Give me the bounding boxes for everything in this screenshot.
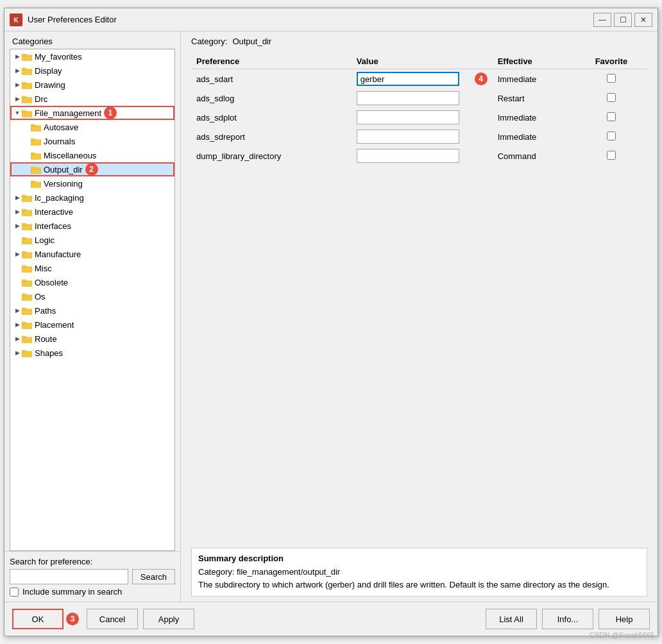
tree-toggle-display[interactable]: ▶ — [13, 66, 22, 75]
tree-label-ic_packaging: Ic_packaging — [35, 193, 84, 203]
window-controls: — ☐ ✕ — [593, 13, 652, 27]
favorite-checkbox[interactable] — [607, 93, 616, 102]
tree-item-route[interactable]: ▶ Route — [10, 332, 174, 346]
tree-label-obsolete: Obsolete — [35, 278, 68, 287]
left-panel: Categories ▶ My_favorites▶ Display▶ Draw… — [4, 31, 181, 602]
tree-item-versioning[interactable]: Versioning — [10, 176, 174, 191]
tree-toggle-manufacture[interactable]: ▶ — [13, 250, 22, 258]
pref-value-cell — [352, 127, 467, 146]
tree-item-placement[interactable]: ▶ Placement — [10, 318, 174, 332]
favorite-cell — [575, 108, 647, 127]
svg-rect-17 — [31, 153, 35, 155]
svg-rect-37 — [22, 294, 26, 296]
svg-rect-23 — [22, 195, 26, 197]
tree-item-journals[interactable]: Journals — [10, 134, 174, 148]
favorite-checkbox[interactable] — [607, 151, 616, 160]
col-favorite: Favorite — [575, 54, 647, 69]
tree-item-miscellaneous[interactable]: Miscellaneous — [10, 148, 174, 162]
search-button[interactable]: Search — [132, 569, 175, 584]
tree-item-autosave[interactable]: Autosave — [10, 120, 174, 134]
favorite-checkbox[interactable] — [607, 112, 616, 121]
favorite-checkbox[interactable] — [607, 131, 616, 140]
tree-toggle-paths[interactable]: ▶ — [13, 306, 22, 315]
tree-label-miscellaneous: Miscellaneous — [44, 151, 96, 160]
tree-item-file_management[interactable]: ▼ File_management1 — [10, 106, 174, 120]
badge-cell — [467, 108, 493, 127]
svg-text:K: K — [13, 17, 19, 24]
effective-value: Immediate — [493, 69, 575, 89]
minimize-button[interactable]: — — [593, 13, 611, 27]
tree-item-ic_packaging[interactable]: ▶ Ic_packaging — [10, 191, 174, 205]
list-all-button[interactable]: List All — [486, 609, 537, 629]
category-label: Category: — [191, 37, 227, 46]
main-window: K User Preferences Editor — ☐ ✕ Categori… — [4, 8, 658, 636]
tree-toggle-placement[interactable]: ▶ — [13, 320, 22, 329]
tree-label-logic: Logic — [35, 235, 55, 245]
tree-label-paths: Paths — [35, 306, 56, 316]
tree-item-output_dir[interactable]: Output_dir2 — [10, 162, 174, 176]
tree-toggle-interactive[interactable]: ▶ — [13, 207, 22, 216]
table-row: dump_library_directoryCommand — [191, 146, 647, 165]
app-icon: K — [10, 13, 22, 26]
main-content: Categories ▶ My_favorites▶ Display▶ Draw… — [4, 31, 658, 602]
value-input-ads_sdart[interactable] — [357, 72, 459, 86]
tree-label-misc: Misc — [35, 264, 52, 273]
svg-rect-45 — [22, 350, 26, 352]
value-input-ads_sdlog[interactable] — [357, 91, 459, 105]
apply-button[interactable]: Apply — [143, 609, 194, 629]
tree-toggle-my_favorites[interactable]: ▶ — [13, 52, 22, 61]
summary-category: Category: file_management/output_dir — [198, 566, 640, 579]
svg-rect-43 — [22, 336, 26, 338]
help-button[interactable]: Help — [598, 609, 650, 629]
tree-item-logic[interactable]: Logic — [10, 233, 174, 247]
tree-item-os[interactable]: Os — [10, 289, 174, 303]
favorite-cell — [575, 89, 647, 108]
tree-item-manufacture[interactable]: ▶ Manufacture — [10, 247, 174, 261]
tree-toggle-route[interactable]: ▶ — [13, 334, 22, 343]
tree-item-drawing[interactable]: ▶ Drawing — [10, 78, 174, 92]
value-input-dump_library_directory[interactable] — [357, 149, 459, 163]
badge-1: 1 — [104, 106, 117, 119]
value-input-ads_sdreport[interactable] — [357, 130, 459, 144]
close-button[interactable]: ✕ — [634, 13, 652, 27]
tree-toggle-shapes[interactable]: ▶ — [13, 348, 22, 357]
value-input-ads_sdplot[interactable] — [357, 110, 459, 124]
tree-label-manufacture: Manufacture — [35, 250, 81, 259]
effective-value: Immediate — [493, 127, 575, 146]
badge-cell — [467, 146, 493, 165]
pref-value-cell — [352, 89, 467, 108]
tree-item-display[interactable]: ▶ Display — [10, 64, 174, 78]
tree-toggle-file_management[interactable]: ▼ — [13, 108, 22, 117]
tree-item-misc[interactable]: Misc — [10, 261, 174, 275]
info-button[interactable]: Info... — [542, 609, 593, 629]
svg-rect-35 — [22, 280, 26, 282]
tree-item-paths[interactable]: ▶ Paths — [10, 303, 174, 318]
badge-cell — [467, 89, 493, 108]
tree-item-interfaces[interactable]: ▶ Interfaces — [10, 219, 174, 233]
include-summary-checkbox[interactable] — [10, 588, 19, 597]
tree-item-interactive[interactable]: ▶ Interactive — [10, 205, 174, 219]
tree-item-obsolete[interactable]: Obsolete — [10, 275, 174, 289]
tree-container[interactable]: ▶ My_favorites▶ Display▶ Drawing▶ Drc▼ F… — [10, 49, 175, 551]
search-label: Search for preference: — [10, 557, 175, 566]
svg-rect-19 — [31, 167, 35, 169]
tree-item-my_favorites[interactable]: ▶ My_favorites — [10, 49, 174, 64]
ok-button[interactable]: OK — [12, 609, 64, 629]
table-row: ads_sdreportImmediate — [191, 127, 647, 146]
maximize-button[interactable]: ☐ — [614, 13, 632, 27]
tree-label-autosave: Autosave — [44, 123, 78, 132]
favorite-checkbox[interactable] — [607, 74, 616, 83]
cancel-button[interactable]: Cancel — [87, 609, 138, 629]
tree-toggle-interfaces[interactable]: ▶ — [13, 221, 22, 230]
tree-item-drc[interactable]: ▶ Drc — [10, 92, 174, 106]
tree-toggle-drawing[interactable]: ▶ — [13, 80, 22, 89]
tree-toggle-drc[interactable]: ▶ — [13, 94, 22, 103]
tree-toggle-ic_packaging[interactable]: ▶ — [13, 193, 22, 202]
tree-label-output_dir: Output_dir — [44, 165, 83, 174]
tree-label-route: Route — [35, 334, 57, 344]
search-input[interactable] — [10, 569, 128, 584]
svg-rect-29 — [22, 237, 26, 239]
tree-item-shapes[interactable]: ▶ Shapes — [10, 346, 174, 360]
tree-label-journals: Journals — [44, 137, 75, 146]
watermark: CSDN @Sunqk5665 — [590, 631, 654, 639]
